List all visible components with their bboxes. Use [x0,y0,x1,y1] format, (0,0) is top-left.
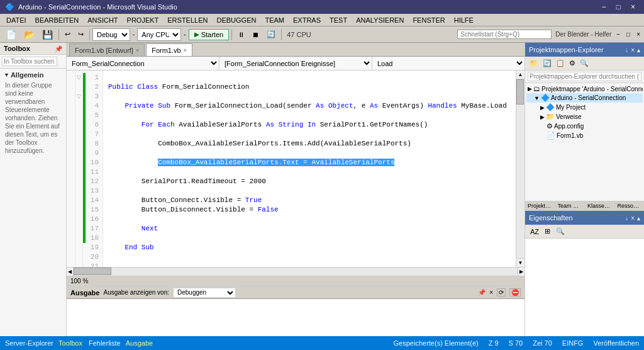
se-pin[interactable]: ↓ [625,47,628,54]
properties-controls: ↓ × ▴ [625,215,640,222]
menu-bar: DATEI BEARBEITEN ANSICHT PROJEKT ERSTELL… [0,14,644,26]
solution-icon: 🗂 [533,85,540,93]
title-bar-controls[interactable]: − □ × [598,3,639,11]
menu-projekt[interactable]: PROJEKT [123,15,163,25]
minimize-panel[interactable]: − [615,31,621,38]
output-source-select[interactable]: Debuggen [173,288,236,298]
event-dropdown[interactable]: Load [372,57,525,70]
se-close[interactable]: × [631,47,635,54]
hscroll-right[interactable]: ▶ [518,268,525,276]
scroll-track[interactable] [516,79,525,258]
toolbar-debug-1[interactable]: ⏸ [235,29,248,40]
menu-analysieren[interactable]: ANALYSIEREN [352,15,408,25]
se-btn-1[interactable]: 📁 [528,58,540,69]
class-dropdown[interactable]: Form_SerialConnection [67,57,219,70]
se-tab-ressourcen[interactable]: Ressourcean... [615,201,645,210]
scroll-thumb[interactable] [516,79,524,104]
breakpoint-area [67,99,75,118]
se-btn-3[interactable]: 📋 [554,58,567,69]
menu-extras[interactable]: EXTRAS [289,15,325,25]
tree-item-form1vb[interactable]: 📄 Form1.vb [526,131,643,140]
zoom-level[interactable]: 100 % [70,278,88,285]
prop-pin[interactable]: ↓ [625,215,628,222]
tree-project-expand: ▼ [534,95,540,101]
toolbox-search-input[interactable] [2,57,57,66]
scroll-down-button[interactable]: ▼ [516,258,525,267]
prop-search[interactable]: 🔍 [553,226,567,237]
menu-team[interactable]: TEAM [261,15,288,25]
tab-form-code-close[interactable]: × [184,47,187,54]
tree-item-solution[interactable]: ▶ 🗂 Projektmappe 'Arduino - SerialConnec… [526,84,643,93]
toolbar-new[interactable]: 📄 [3,28,19,42]
se-tab-projektmap[interactable]: Projektmap... [525,201,555,210]
close-button[interactable]: × [627,3,639,11]
method-dropdown[interactable]: [Form_SerialConnection Ereignisse] [219,57,372,70]
restore-panel[interactable]: □ [625,31,631,38]
project-icon: 🔷 [541,94,550,102]
hscroll-track[interactable] [74,268,518,276]
output-close[interactable]: × [489,289,493,296]
toolbar-debug-3[interactable]: 🔄 [264,28,279,40]
se-tab-klassen[interactable]: Klassenansicht [585,201,615,210]
tab-form-code[interactable]: Form1.vb × [146,43,192,56]
tree-item-appconfig[interactable]: ⚙ App.config [526,121,643,131]
menu-bearbeiten[interactable]: BEARBEITEN [31,15,83,25]
close-panel[interactable]: × [635,31,641,38]
toolbar-debug-2[interactable]: ⏹ [249,29,262,40]
toolbar-save[interactable]: 💾 [39,28,56,42]
toolbox-pin[interactable]: 📌 [55,45,62,52]
toolbar-redo[interactable]: ↪ [75,28,87,40]
menu-test[interactable]: TEST [326,15,351,25]
scroll-up-button[interactable]: ▲ [516,71,525,79]
tree-item-verweise[interactable]: ▶ 📁 Verweise [526,112,643,121]
output-header: Ausgabe Ausgabe anzeigen von: Debuggen 📌… [67,286,525,299]
se-btn-2[interactable]: 🔄 [541,58,553,69]
hscroll-thumb[interactable] [74,268,111,275]
output-pin[interactable]: 📌 [478,289,486,296]
output-toolbar-btn1[interactable]: ⟳ [497,288,506,296]
hscroll-left[interactable]: ◀ [67,268,74,276]
prop-btn-1[interactable]: AZ [528,227,541,237]
toolbar-sep-4: - [182,31,187,38]
title-bar-left: 🔷 Arduino - SerialConnection - Microsoft… [5,3,177,11]
minimize-button[interactable]: − [598,3,610,11]
prop-arrow[interactable]: ▴ [637,215,640,222]
menu-ansicht[interactable]: ANSICHT [84,15,121,25]
line-filler-1 [75,82,82,92]
toolbox-group-label[interactable]: ▼ Allgemein [4,71,62,79]
collapse-2[interactable]: ▽ [75,92,82,101]
editor-hscroll[interactable]: ◀ ▶ [67,267,525,276]
se-tab-team[interactable]: Team Explor... [555,201,586,210]
menu-hilfe[interactable]: HILFE [450,15,477,25]
se-btn-5[interactable]: 🔍 [578,58,591,69]
menu-fenster[interactable]: FENSTER [409,15,448,25]
code-line-5: For Each AvailableSerialPorts As String … [108,121,428,128]
toolbar-undo[interactable]: ↩ [62,28,74,40]
se-btn-4[interactable]: ⚙ [567,58,577,69]
maximize-button[interactable]: □ [613,3,625,11]
cpu-mode-select[interactable]: Any CPU [137,28,181,41]
quick-search-input[interactable] [457,30,552,39]
code-text-area[interactable]: Public Class Form_SerialConnection Priva… [103,71,516,267]
editor-vscroll[interactable]: ▲ ▼ [516,71,525,267]
tree-item-project[interactable]: ▼ 🔷 Arduino - SerialConnection [526,93,643,103]
solution-explorer-search-input[interactable] [528,72,641,81]
start-button[interactable]: ▶ Starten [189,29,229,40]
menu-erstellen[interactable]: ERSTELLEN [164,15,211,25]
debug-mode-select[interactable]: Debug [92,28,130,41]
tab-form-design[interactable]: Form1.vb [Entwurf] × [69,43,145,56]
code-line-13: Button_Connect.Visible = True [108,196,262,204]
prop-close[interactable]: × [631,215,635,222]
se-arrow[interactable]: ▴ [637,47,640,54]
menu-datei[interactable]: DATEI [3,15,30,25]
menu-debuggen[interactable]: DEBUGGEN [213,15,260,25]
toolbar-sep-6 [281,29,282,40]
prop-btn-2[interactable]: ⊞ [542,226,553,237]
toolbar-open[interactable]: 📂 [21,28,38,42]
tree-item-myproject[interactable]: ▶ 🔷 My Project [526,103,643,112]
output-toolbar-btn2[interactable]: ⛔ [509,288,521,296]
tab-form-design-close[interactable]: × [136,47,139,54]
toolbox-header: Toolbox 📌 [0,43,66,55]
collapse-1[interactable]: ▽ [75,73,82,82]
tab-form-code-label: Form1.vb [152,47,180,54]
